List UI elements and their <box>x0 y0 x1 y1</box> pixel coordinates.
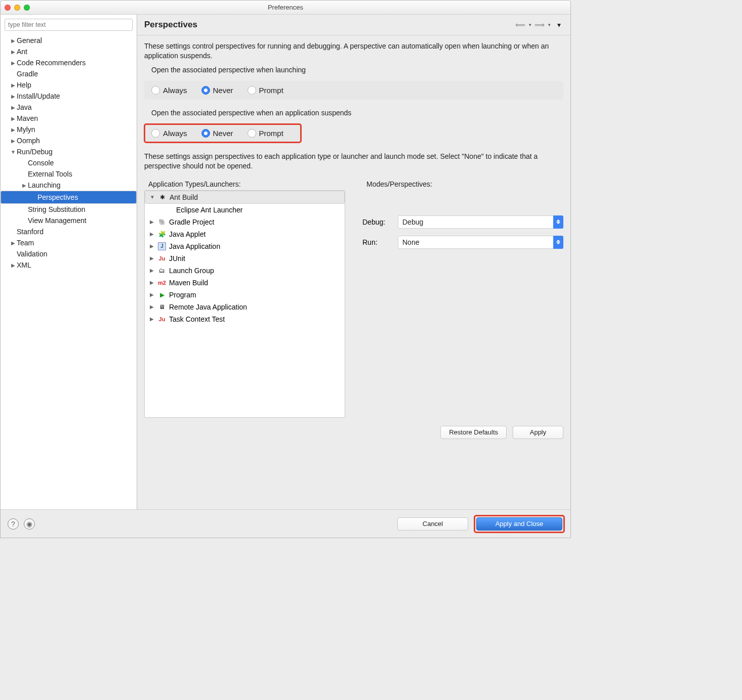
page-title: Perspectives <box>144 20 197 30</box>
tree-item[interactable]: ▼Run/Debug <box>1 146 137 157</box>
disclosure-icon: ▶ <box>10 127 17 133</box>
radio-icon <box>248 86 256 95</box>
close-window-icon[interactable] <box>5 5 11 11</box>
back-icon[interactable]: ⟸ <box>516 21 525 28</box>
titlebar: Preferences <box>1 1 570 15</box>
tree-item[interactable]: Perspectives <box>1 191 137 204</box>
tree-item[interactable]: ▶Help <box>1 79 137 91</box>
disclosure-icon: ▶ <box>149 316 155 322</box>
filter-input[interactable] <box>5 19 133 31</box>
disclosure-icon: ▼ <box>10 149 17 155</box>
view-menu-icon[interactable]: ▾ <box>554 21 563 28</box>
launcher-item[interactable]: ▶JJava Application <box>145 240 345 252</box>
radio-icon <box>201 86 210 95</box>
gradle-icon: 🐘 <box>158 218 166 226</box>
tree-item[interactable]: ▶Oomph <box>1 135 137 146</box>
maven-icon: m2 <box>158 279 166 287</box>
debug-perspective-select[interactable] <box>398 215 563 229</box>
disclosure-icon: ▶ <box>10 240 17 246</box>
disclosure-icon: ▶ <box>10 116 17 121</box>
launcher-item[interactable]: ▶JuTask Context Test <box>145 313 345 325</box>
forward-menu-icon[interactable]: ▾ <box>547 21 551 28</box>
tree-item-label: Team <box>17 239 34 247</box>
restore-defaults-button[interactable]: Restore Defaults <box>440 426 507 439</box>
launcher-item[interactable]: ▶m2Maven Build <box>145 277 345 289</box>
suspend-radio-group: Always Never Prompt <box>144 124 301 143</box>
launcher-item[interactable]: ▼✱Ant Build <box>145 191 345 204</box>
launcher-item[interactable]: ▶🗂Launch Group <box>145 265 345 277</box>
tree-item-label: View Management <box>28 216 87 225</box>
launcher-label: JUnit <box>169 254 185 262</box>
sidebar: ▶General▶Ant▶Code RecommendersGradle▶Hel… <box>1 15 137 509</box>
tree-item[interactable]: ▶Java <box>1 102 137 113</box>
launch-prompt-radio[interactable]: Prompt <box>248 86 283 95</box>
minimize-window-icon[interactable] <box>14 5 20 11</box>
launcher-item[interactable]: ▶🧩Java Applet <box>145 228 345 240</box>
launcher-label: Gradle Project <box>169 218 214 226</box>
radio-icon <box>201 129 210 138</box>
description-text-2: These settings assign perspectives to ea… <box>144 152 563 171</box>
tree-item[interactable]: Gradle <box>1 68 137 79</box>
radio-label: Prompt <box>259 86 283 95</box>
radio-label: Always <box>163 129 187 138</box>
radio-label: Always <box>163 86 187 95</box>
disclosure-icon: ▶ <box>10 49 17 55</box>
window-controls <box>5 5 30 11</box>
tree-item-label: Run/Debug <box>17 148 53 156</box>
launcher-item[interactable]: Eclipse Ant Launcher <box>145 204 345 216</box>
preferences-tree[interactable]: ▶General▶Ant▶Code RecommendersGradle▶Hel… <box>1 35 137 509</box>
tree-item[interactable]: Console <box>1 157 137 168</box>
tree-item[interactable]: String Substitution <box>1 204 137 215</box>
tree-item[interactable]: ▶Code Recommenders <box>1 57 137 68</box>
disclosure-icon: ▶ <box>10 138 17 144</box>
run-perspective-select[interactable] <box>398 236 563 249</box>
group-icon: 🗂 <box>158 267 166 275</box>
launchers-list[interactable]: ▼✱Ant BuildEclipse Ant Launcher▶🐘Gradle … <box>144 190 345 418</box>
import-export-icon[interactable]: ◉ <box>24 518 35 530</box>
cancel-button[interactable]: Cancel <box>397 517 468 531</box>
forward-icon[interactable]: ⟹ <box>535 21 544 28</box>
launcher-label: Eclipse Ant Launcher <box>176 206 243 214</box>
tree-item[interactable]: ▶Maven <box>1 113 137 124</box>
help-icon[interactable]: ? <box>8 518 19 530</box>
suspend-group-label: Open the associated perspective when an … <box>151 109 563 117</box>
tree-item[interactable]: ▶Team <box>1 237 137 248</box>
program-icon: ▶ <box>158 291 166 299</box>
back-menu-icon[interactable]: ▾ <box>528 21 532 28</box>
tree-item[interactable]: ▶XML <box>1 259 137 271</box>
tree-item[interactable]: View Management <box>1 215 137 226</box>
launcher-label: Ant Build <box>170 193 198 201</box>
tree-item[interactable]: ▶General <box>1 35 137 46</box>
header-nav: ⟸ ▾ ⟹ ▾ ▾ <box>516 21 563 28</box>
tree-item[interactable]: ▶Ant <box>1 46 137 57</box>
launch-never-radio[interactable]: Never <box>201 86 233 95</box>
launcher-item[interactable]: ▶🐘Gradle Project <box>145 216 345 228</box>
tree-item[interactable]: ▶Mylyn <box>1 124 137 135</box>
suspend-always-radio[interactable]: Always <box>151 129 187 138</box>
launcher-item[interactable]: ▶JuJUnit <box>145 252 345 265</box>
launch-radio-group: Always Never Prompt <box>144 81 563 100</box>
tree-item[interactable]: External Tools <box>1 168 137 180</box>
main-panel: Perspectives ⟸ ▾ ⟹ ▾ ▾ These settings co… <box>137 15 570 509</box>
suspend-never-radio[interactable]: Never <box>201 129 233 138</box>
launcher-label: Launch Group <box>169 267 214 275</box>
tree-item[interactable]: Stanford <box>1 226 137 237</box>
launch-always-radio[interactable]: Always <box>151 86 187 95</box>
description-text: These settings control perspectives for … <box>144 41 563 61</box>
suspend-prompt-radio[interactable]: Prompt <box>248 129 283 138</box>
launcher-item[interactable]: ▶🖥Remote Java Application <box>145 301 345 313</box>
apply-close-highlight: Apply and Close <box>475 516 563 532</box>
zoom-window-icon[interactable] <box>24 5 30 11</box>
window-title: Preferences <box>1 4 570 11</box>
tree-item-label: Maven <box>17 114 38 122</box>
apply-button[interactable]: Apply <box>513 426 563 439</box>
tree-item[interactable]: ▶Launching <box>1 180 137 191</box>
tree-item[interactable]: ▶Install/Update <box>1 91 137 102</box>
launcher-item[interactable]: ▶▶Program <box>145 289 345 301</box>
radio-label: Never <box>213 86 233 95</box>
disclosure-icon: ▶ <box>10 94 17 99</box>
disclosure-icon: ▶ <box>21 183 28 188</box>
tree-item[interactable]: Validation <box>1 248 137 259</box>
radio-icon <box>151 129 160 138</box>
apply-and-close-button[interactable]: Apply and Close <box>476 517 562 531</box>
